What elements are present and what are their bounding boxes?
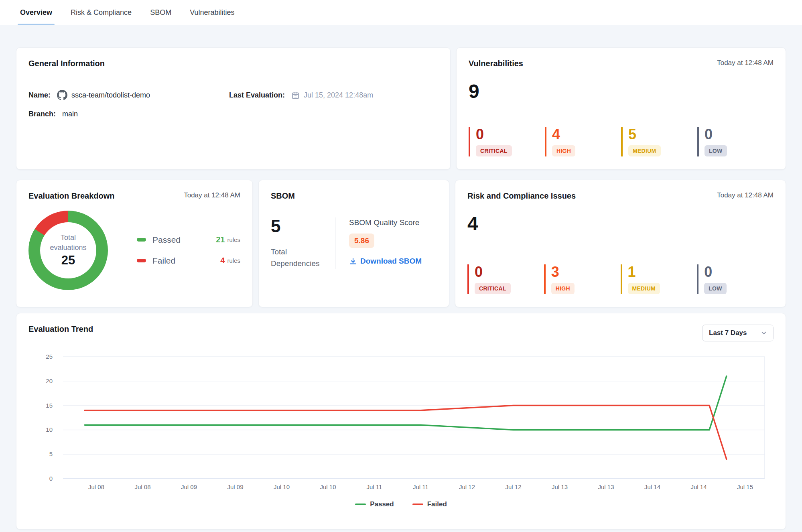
branch-row: Branch: main <box>28 110 229 118</box>
svg-text:Jul 11: Jul 11 <box>413 483 428 490</box>
trend-legend: PassedFailed <box>28 500 774 508</box>
github-icon <box>57 90 67 100</box>
svg-text:Jul 10: Jul 10 <box>274 483 290 490</box>
vulnerabilities-title: Vulnerabilities <box>469 59 523 68</box>
tab-risk-compliance[interactable]: Risk & Compliance <box>70 0 132 25</box>
tab-bar: Overview Risk & Compliance SBOM Vulnerab… <box>0 0 802 25</box>
evaluation-breakdown-title: Evaluation Breakdown <box>28 191 115 201</box>
branch-label: Branch: <box>28 110 56 118</box>
name-label: Name: <box>28 91 51 99</box>
chevron-down-icon <box>760 329 767 337</box>
sbom-card: SBOM 5 Total Dependencies SBOM Quality S… <box>258 180 449 307</box>
severity-badge: LOW <box>704 283 727 294</box>
svg-text:Jul 14: Jul 14 <box>644 483 660 490</box>
severity-badge: HIGH <box>552 145 575 156</box>
repo-name-value: ssca-team/todolist-demo <box>71 91 150 99</box>
severity-badge: CRITICAL <box>476 145 512 156</box>
last-evaluation-value: Jul 15, 2024 12:48am <box>304 91 373 99</box>
failed-swatch <box>137 259 146 262</box>
severity-count: 0 <box>705 127 774 142</box>
legend-row-passed: Passed 21 rules <box>137 235 240 245</box>
download-icon <box>349 257 357 265</box>
svg-text:Jul 11: Jul 11 <box>367 483 382 490</box>
risk-compliance-card: Risk and Compliance Issues Today at 12:4… <box>455 180 786 307</box>
severity-count: 5 <box>628 127 697 142</box>
severity-count: 1 <box>628 264 697 280</box>
severity-count: 0 <box>475 264 544 280</box>
severity-item: 0 CRITICAL <box>467 264 544 294</box>
severity-count: 4 <box>552 127 621 142</box>
svg-text:Jul 14: Jul 14 <box>690 483 707 490</box>
evaluation-breakdown-timestamp: Today at 12:48 AM <box>184 191 240 199</box>
svg-text:10: 10 <box>46 426 53 433</box>
tab-sbom[interactable]: SBOM <box>149 0 172 25</box>
evaluation-breakdown-legend: Passed 21 rules Failed 4 rules <box>137 235 240 266</box>
passed-line-swatch <box>355 504 366 505</box>
severity-badge: MEDIUM <box>628 283 660 294</box>
vulnerabilities-card: Vulnerabilities Today at 12:48 AM 9 0 CR… <box>456 47 786 170</box>
severity-item: 1 MEDIUM <box>621 264 697 294</box>
general-information-card: General Information Name: ssca-team/todo… <box>16 47 451 170</box>
svg-text:Jul 15: Jul 15 <box>737 483 753 490</box>
vertical-divider <box>335 217 335 269</box>
evaluations-donut-chart: Total evaluations 25 <box>28 211 108 290</box>
risk-compliance-timestamp: Today at 12:48 AM <box>717 191 774 199</box>
risk-compliance-title: Risk and Compliance Issues <box>467 191 576 201</box>
svg-text:Jul 08: Jul 08 <box>88 483 104 490</box>
severity-item: 0 CRITICAL <box>469 127 545 156</box>
svg-text:Jul 09: Jul 09 <box>181 483 197 490</box>
severity-item: 3 HIGH <box>544 264 621 294</box>
sbom-quality-score-label: SBOM Quality Score <box>349 218 422 227</box>
svg-text:20: 20 <box>46 378 53 384</box>
svg-text:Jul 12: Jul 12 <box>505 483 521 490</box>
severity-badge: MEDIUM <box>628 145 661 156</box>
evaluation-trend-card: Evaluation Trend Last 7 Days 0510152025J… <box>16 313 786 530</box>
svg-text:25: 25 <box>46 353 53 360</box>
vulnerabilities-timestamp: Today at 12:48 AM <box>717 59 774 67</box>
trend-legend-failed: Failed <box>412 500 447 508</box>
svg-text:Jul 09: Jul 09 <box>227 483 243 490</box>
donut-total-value: 25 <box>61 253 75 268</box>
svg-text:0: 0 <box>49 475 53 482</box>
total-dependencies-count: 5 <box>271 217 331 235</box>
date-range-select[interactable]: Last 7 Days <box>702 325 774 341</box>
branch-value: main <box>62 110 78 118</box>
svg-text:Jul 13: Jul 13 <box>552 483 568 490</box>
dashboard-content: General Information Name: ssca-team/todo… <box>0 25 802 530</box>
passed-swatch <box>137 238 146 242</box>
svg-text:Jul 08: Jul 08 <box>134 483 150 490</box>
legend-row-failed: Failed 4 rules <box>137 256 240 266</box>
evaluation-breakdown-card: Evaluation Breakdown Today at 12:48 AM T… <box>16 180 253 307</box>
download-sbom-link[interactable]: Download SBOM <box>349 257 422 266</box>
severity-badge: HIGH <box>551 283 575 294</box>
general-information-title: General Information <box>28 59 105 68</box>
tab-overview[interactable]: Overview <box>19 0 53 25</box>
failed-line-swatch <box>412 504 423 505</box>
severity-count: 0 <box>476 127 545 142</box>
risk-compliance-total: 4 <box>467 214 774 234</box>
last-evaluation-row: Last Evaluation: Jul 15, 2024 12:48am <box>229 90 438 100</box>
svg-text:Jul 13: Jul 13 <box>598 483 614 490</box>
severity-badge: CRITICAL <box>475 283 511 294</box>
vulnerabilities-severity-row: 0 CRITICAL 4 HIGH 5 MEDIUM 0 LOW <box>469 127 774 158</box>
risk-severity-row: 0 CRITICAL 3 HIGH 1 MEDIUM 0 LOW <box>467 264 774 296</box>
repo-name-row: Name: ssca-team/todolist-demo <box>28 90 229 100</box>
severity-badge: LOW <box>705 145 727 156</box>
severity-item: 0 LOW <box>697 264 774 294</box>
evaluation-trend-chart: 0510152025Jul 08Jul 08Jul 09Jul 09Jul 10… <box>28 348 768 495</box>
svg-text:Jul 12: Jul 12 <box>459 483 475 490</box>
trend-legend-passed: Passed <box>355 500 394 508</box>
tab-vulnerabilities[interactable]: Vulnerabilities <box>189 0 235 25</box>
vulnerabilities-total: 9 <box>469 82 774 101</box>
severity-item: 5 MEDIUM <box>621 127 697 156</box>
severity-item: 4 HIGH <box>545 127 621 156</box>
donut-center-label: Total evaluations <box>50 233 86 252</box>
svg-text:15: 15 <box>46 402 53 409</box>
total-dependencies-label: Total Dependencies <box>271 246 331 269</box>
sbom-title: SBOM <box>271 191 295 201</box>
calendar-icon <box>291 91 300 99</box>
severity-count: 3 <box>551 264 621 280</box>
severity-item: 0 LOW <box>697 127 774 156</box>
evaluation-trend-title: Evaluation Trend <box>28 325 93 334</box>
severity-count: 0 <box>704 264 774 280</box>
